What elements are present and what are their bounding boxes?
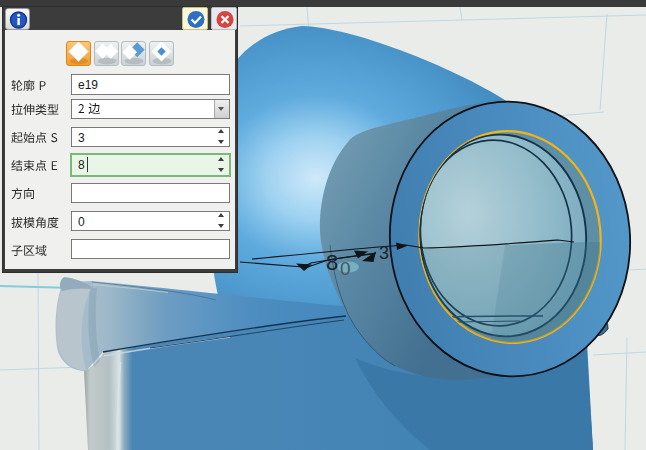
svg-text:0: 0: [340, 258, 351, 279]
svg-text:3: 3: [379, 243, 389, 263]
svg-text:8: 8: [326, 250, 338, 275]
